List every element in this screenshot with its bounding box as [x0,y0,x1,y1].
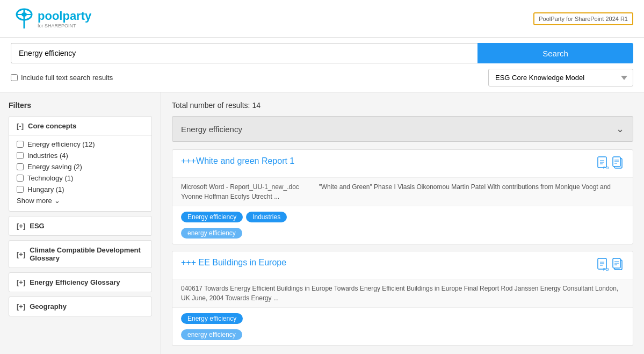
filter-item-label: Technology (1) [27,174,73,182]
copy-icon[interactable] [612,156,624,173]
result-header: +++ EE Buildings in Europe PDF [172,251,633,279]
filter-group-label-climate: Climate Compatible Development Glossary [30,246,144,262]
filter-items-core: Energy efficiency (12) Industries (4) En… [9,136,151,211]
logo-area: poolparty for SHAREPOINT [11,8,91,30]
results-area: Total number of results: 14 Energy effic… [161,92,644,354]
active-filter-bar[interactable]: Energy efficiency ⌄ [172,116,633,142]
app-header: poolparty for SHAREPOINT PoolParty for S… [0,0,644,38]
fulltext-checkbox[interactable] [11,74,18,81]
fulltext-checkbox-label[interactable]: Include full text search results [11,74,113,82]
show-more-label: Show more [17,197,52,205]
knowledge-model-select[interactable]: ESG Core Knowledge Model Other Model [488,69,633,86]
filter-checkbox-energy-efficiency[interactable] [17,141,24,148]
filter-group-label-esg: ESG [30,222,44,230]
filter-checkbox-energy-saving[interactable] [17,163,24,170]
logo-name: poolparty [38,9,91,23]
tag-lower[interactable]: energy efficiency [181,329,242,340]
filters-title: Filters [9,101,152,110]
svg-text:PDF: PDF [603,166,609,170]
filter-checkbox-industries[interactable] [17,152,24,159]
filter-item[interactable]: Industries (4) [17,151,144,160]
toggle-icon-esg: [+] [17,222,25,230]
result-icons: PDF [597,258,624,274]
sidebar: Filters [-] Core concepts Energy efficie… [0,92,161,354]
main-layout: Filters [-] Core concepts Energy efficie… [0,92,644,354]
result-card: +++ EE Buildings in Europe PDF [172,251,633,346]
filter-item-label: Hungary (1) [27,185,64,193]
active-filter-label: Energy efficiency [181,125,242,134]
filter-group-header-geography[interactable]: [+] Geography [9,297,151,316]
result-tags: Energy efficiency [172,308,633,329]
show-more-button[interactable]: Show more ⌄ [17,197,60,205]
logo-text: poolparty for SHAREPOINT [38,9,91,28]
result-tags-lower: energy efficiency [172,329,633,345]
search-button[interactable]: Search [477,43,633,63]
search-area: Search Include full text search results … [0,38,644,92]
filter-item[interactable]: Energy saving (2) [17,163,144,171]
filter-group-geography: [+] Geography [9,297,152,316]
filter-group-energy-glossary: [+] Energy Efficiency Glossary [9,272,152,292]
filter-group-header-esg[interactable]: [+] ESG [9,216,151,235]
filter-group-header-core-concepts[interactable]: [-] Core concepts [9,117,151,136]
result-title[interactable]: +++White and green Report 1 [181,156,597,166]
pdf-icon[interactable]: PDF [597,156,609,173]
copy-icon[interactable] [612,258,624,274]
collapse-icon: ⌄ [616,123,624,135]
pdf-icon[interactable]: PDF [597,258,609,274]
fulltext-label: Include full text search results [21,74,113,82]
result-snippet: 040617 Towards Energy Efficient Building… [172,279,633,308]
options-row: Include full text search results ESG Cor… [11,69,633,86]
filter-group-core-concepts: [-] Core concepts Energy efficiency (12)… [9,116,152,212]
toggle-icon-climate: [+] [17,250,25,258]
filter-item-label: Energy saving (2) [27,163,82,171]
filter-group-esg: [+] ESG [9,216,152,236]
filter-group-label-geography: Geography [30,302,67,310]
result-title[interactable]: +++ EE Buildings in Europe [181,258,597,268]
results-count: Total number of results: 14 [172,101,633,110]
result-icons: PDF [597,156,624,173]
filter-group-label-core: Core concepts [28,122,76,130]
version-badge: PoolParty for SharePoint 2024 R1 [533,12,633,25]
tag[interactable]: Industries [246,212,287,222]
search-input[interactable] [11,43,477,63]
tag-lower[interactable]: energy efficiency [181,228,242,239]
filter-item[interactable]: Technology (1) [17,174,144,182]
result-tags-lower: energy efficiency [172,228,633,244]
filter-item[interactable]: Hungary (1) [17,185,144,193]
filter-group-climate-glossary: [+] Climate Compatible Development Gloss… [9,240,152,268]
filter-checkbox-technology[interactable] [17,175,24,182]
result-header: +++White and green Report 1 PDF [172,150,633,177]
chevron-down-icon: ⌄ [54,197,60,205]
tag[interactable]: Energy efficiency [181,212,243,222]
tag[interactable]: Energy efficiency [181,313,243,324]
result-snippet: Microsoft Word - Report_UU-1_new_.doc "W… [172,177,633,206]
filter-group-header-energy-glossary[interactable]: [+] Energy Efficiency Glossary [9,273,151,292]
filter-checkbox-hungary[interactable] [17,186,24,193]
svg-text:PDF: PDF [603,268,609,271]
toggle-icon-geography: [+] [17,302,25,310]
result-card: +++White and green Report 1 PDF [172,149,633,244]
filter-group-label-energy-glossary: Energy Efficiency Glossary [30,278,120,286]
search-row: Search [11,43,633,63]
filter-item-label: Industries (4) [27,151,68,160]
result-tags: Energy efficiency Industries [172,206,633,228]
filter-item-label: Energy efficiency (12) [27,140,95,148]
logo-subtext: for SHAREPOINT [38,23,91,28]
svg-point-3 [21,12,27,17]
filter-group-header-climate[interactable]: [+] Climate Compatible Development Gloss… [9,241,151,268]
logo-icon [11,8,38,30]
toggle-icon-core: [-] [17,122,24,130]
toggle-icon-energy-glossary: [+] [17,278,25,286]
filter-item[interactable]: Energy efficiency (12) [17,140,144,148]
